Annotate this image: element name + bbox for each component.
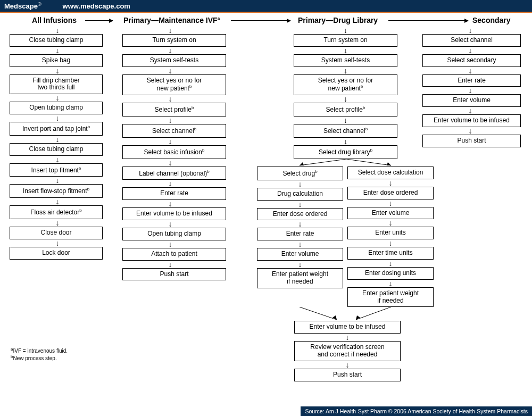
flow-step: Enter volume — [257, 248, 343, 261]
down-arrow-icon: ↓ — [294, 138, 397, 145]
flow-step: Insert top fitmentb — [10, 163, 103, 177]
flow-step: Select profileb — [122, 103, 226, 117]
flow-step: Enter volume to be infused — [122, 207, 226, 220]
down-arrow-icon: ↓ — [10, 27, 105, 34]
flow-step: Enter units — [347, 227, 434, 239]
down-arrow-icon: ↓ — [257, 261, 343, 268]
flow-step: Lock door — [10, 247, 103, 260]
down-arrow-icon: ↓ — [294, 67, 397, 74]
flow-step: Turn system on — [122, 34, 226, 47]
title-arrow-icon — [388, 20, 468, 21]
down-arrow-icon: ↓ — [122, 220, 218, 228]
down-arrow-icon: ↓ — [122, 138, 218, 145]
flow-step: Open tubing clamp — [122, 228, 226, 240]
flow-step: Select yes or no fornew patientb — [294, 74, 397, 96]
flow-step: Select channel — [422, 34, 521, 47]
down-arrow-icon: ↓ — [422, 27, 518, 34]
flow-step: Review verification screenand correct if… — [294, 341, 401, 361]
flow-step: Enter volume to be infused — [422, 114, 521, 127]
flow-step: Select secondary — [422, 54, 521, 67]
down-arrow-icon: ↓ — [122, 180, 218, 187]
flow-step: Select profileb — [294, 103, 397, 117]
down-arrow-icon: ↓ — [122, 240, 218, 248]
flow-step: Enter time units — [347, 247, 434, 260]
flow-step: Close door — [10, 227, 103, 239]
flow-step: Select basic infusionb — [122, 145, 226, 159]
column-all-infusions: ↓Close tubing clamp↓Spike bag↓Fill drip … — [10, 27, 105, 260]
column-title-drug-library: Primary—Drug Library — [298, 16, 378, 24]
flow-step: Insert flow-stop fitmentb — [10, 184, 103, 198]
flow-step: Select drugb — [257, 167, 343, 180]
brand-label: Medscape® — [4, 2, 41, 10]
flow-step: Close tubing clamp — [10, 143, 103, 156]
down-arrow-icon: ↓ — [422, 67, 518, 74]
down-arrow-icon: ↓ — [422, 47, 518, 54]
flow-step: Enter patient weightif needed — [257, 268, 343, 288]
merge-connector-icon — [257, 307, 438, 321]
down-arrow-icon: ↓ — [122, 159, 218, 167]
down-arrow-icon: ↓ — [10, 198, 105, 205]
flow-step: Select channelb — [294, 124, 397, 138]
flow-step: System self-tests — [122, 54, 226, 67]
flow-step: Spike bag — [10, 54, 103, 67]
svg-marker-2 — [300, 162, 304, 165]
down-arrow-icon: ↓ — [257, 240, 343, 248]
flow-step: Drug calculation — [257, 188, 343, 201]
flow-step: Select drug libraryb — [294, 145, 397, 159]
flow-step: Enter patient weightif needed — [347, 287, 434, 307]
flow-step: Invert port and tap jointb — [10, 122, 103, 136]
site-url: www.medscape.com — [63, 2, 130, 10]
column-title-secondary: Secondary — [472, 16, 511, 24]
split-connector-icon — [257, 159, 438, 167]
flow-step: Enter dose ordered — [347, 187, 434, 199]
flow-step: Enter volume — [422, 94, 521, 107]
title-arrow-icon — [85, 20, 113, 21]
down-arrow-icon: ↓ — [294, 361, 401, 369]
down-arrow-icon: ↓ — [422, 107, 518, 114]
flow-step: Select dose calculation — [347, 167, 434, 179]
down-arrow-icon: ↓ — [10, 239, 105, 247]
down-arrow-icon: ↓ — [347, 199, 434, 207]
drug-library-right-branch: Select dose calculation↓Enter dose order… — [347, 167, 434, 307]
down-arrow-icon: ↓ — [122, 47, 218, 54]
column-primary-ivf: ↓Turn system on↓System self-tests↓Select… — [122, 27, 218, 280]
flow-step: Attach to patient — [122, 248, 226, 261]
flow-step: Enter volume to be infused — [294, 321, 401, 334]
footnotes: aIVF = intravenous fluid. bNew process s… — [11, 347, 68, 362]
column-title-primary-ivf: Primary—Maintenance IVFa — [123, 16, 220, 24]
down-arrow-icon: ↓ — [10, 136, 105, 143]
svg-line-1 — [346, 159, 391, 165]
flow-step: Push start — [422, 135, 521, 147]
down-arrow-icon: ↓ — [10, 67, 105, 74]
down-arrow-icon: ↓ — [347, 280, 434, 287]
down-arrow-icon: ↓ — [122, 200, 218, 207]
flow-step: Fill drip chambertwo thirds full — [10, 74, 103, 95]
flow-step: Enter rate — [257, 228, 343, 240]
down-arrow-icon: ↓ — [122, 95, 218, 103]
flow-step: Push start — [122, 268, 226, 281]
down-arrow-icon: ↓ — [257, 220, 343, 228]
down-arrow-icon: ↓ — [122, 261, 218, 268]
drug-library-left-branch: Select drugb↓Drug calculation↓Enter dose… — [257, 167, 343, 307]
flow-step: Floss air detectorb — [10, 205, 103, 219]
diagram-canvas: All Infusions Primary—Maintenance IVFa P… — [0, 13, 532, 416]
down-arrow-icon: ↓ — [10, 177, 105, 184]
down-arrow-icon: ↓ — [347, 239, 434, 247]
down-arrow-icon: ↓ — [422, 127, 518, 135]
down-arrow-icon: ↓ — [294, 27, 397, 34]
down-arrow-icon: ↓ — [294, 95, 397, 103]
flow-step: Enter dosing units — [347, 267, 434, 280]
column-title-all-infusions: All Infusions — [32, 16, 77, 24]
flow-step: Label channel (optional)b — [122, 167, 226, 180]
flow-step: Enter dose ordered — [257, 208, 343, 221]
down-arrow-icon: ↓ — [294, 117, 397, 124]
flow-step: Turn system on — [294, 34, 397, 47]
flow-step: Select channelb — [122, 124, 226, 138]
down-arrow-icon: ↓ — [10, 114, 105, 122]
down-arrow-icon: ↓ — [347, 179, 434, 187]
down-arrow-icon: ↓ — [294, 334, 401, 341]
svg-line-5 — [356, 307, 391, 320]
source-credit: Source: Am J Health-Syst Pharm © 2006 Am… — [301, 406, 532, 416]
flow-step: Select yes or no fornew patientb — [122, 74, 226, 96]
flow-step: Push start — [294, 369, 401, 381]
